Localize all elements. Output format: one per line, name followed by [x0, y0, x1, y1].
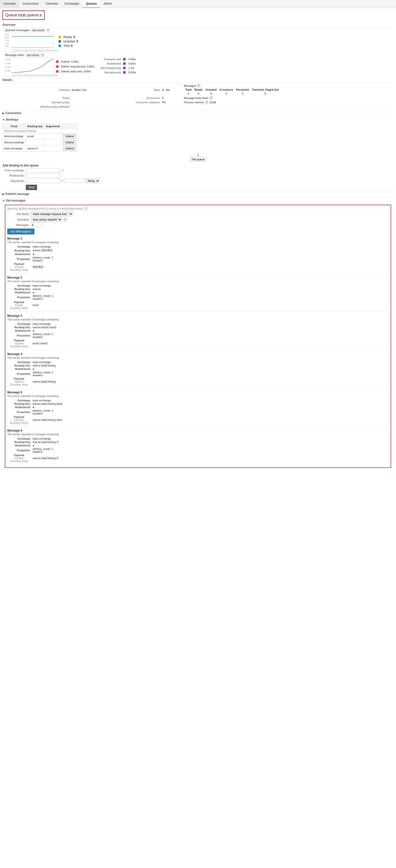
queued-messages-badge[interactable]: last minute [31, 29, 45, 32]
msg-stat-col-header: In memory [218, 88, 235, 92]
consumers-section-header[interactable]: ▶ Consumers [2, 110, 394, 116]
msg-body-bytes-row: Message body bytes ? [184, 96, 393, 100]
exchange-value: topic-exchange [33, 245, 388, 248]
get-messages-help[interactable]: ? [84, 207, 88, 210]
messages-count-input[interactable] [31, 223, 43, 227]
nav-item-connections[interactable]: Connections [19, 0, 42, 8]
unbind-button[interactable]: Unbind [63, 146, 76, 151]
queue-name: topic.queue.a [18, 13, 42, 17]
msg-stat-col-header: Transient, Paged Out [250, 88, 280, 92]
queued-chart-svg [11, 33, 53, 48]
messages-stats: Messages ? TotalReadyUnackedIn memoryPer… [184, 84, 393, 95]
encoding-label: Encoding: [7, 218, 29, 221]
nav-item-exchanges[interactable]: Exchanges [61, 0, 82, 8]
process-mem-help[interactable]: ? [205, 101, 208, 104]
routing-key-label: Routing Key [8, 402, 32, 405]
msg-stat-value: 0 [234, 92, 250, 95]
rate-color-dot [56, 70, 58, 73]
messages-help[interactable]: ? [197, 84, 200, 87]
encoding-help[interactable]: ? [63, 218, 67, 221]
exchange-label: Exchange [8, 361, 32, 364]
message-rates-chart-container: 1.5/s 1.0/s 0.5/s 0.0/s 21:17:40 21:17:5 [5, 58, 391, 77]
bindings-section-header[interactable]: ▼ Bindings [2, 117, 394, 122]
nav-item-channels[interactable]: Channels [42, 0, 61, 8]
rate-legend-item: Publish0.00/s [56, 60, 94, 63]
message-details-table: Exchange topic-exchange Routing Key eamo… [7, 322, 389, 348]
right-rate-dot [123, 67, 125, 69]
message-remaining: The server reported 3 messages remaining… [7, 318, 389, 321]
rate-label: Publish [61, 60, 70, 63]
messages-stats-cell: Messages ? TotalReadyUnackedIn memoryPer… [179, 84, 393, 95]
redelivered-value: ● [33, 368, 388, 370]
ack-mode-row: Ack Mode: Nack message requeue trueAck m… [7, 212, 389, 216]
message-rates-badge[interactable]: last minute [26, 54, 40, 57]
get-messages-button[interactable]: Get Message(s) [7, 228, 34, 235]
get-messages-header[interactable]: ▼ Get messages [2, 198, 394, 203]
message-block: Message 5 The server reported 1 messages… [7, 391, 389, 427]
bindings-arrow: ▼ [2, 118, 5, 121]
get-messages-section: ▼ Get messages Warning: getting messages… [2, 198, 394, 468]
payload-value: eamon.dailyTesting [33, 377, 388, 386]
unbind-button[interactable]: Unbind [63, 140, 76, 145]
binding-row: fanout-exchangeUnbind [3, 140, 78, 146]
rate-legend-item: Deliver (manual ack)0.00/s [56, 65, 94, 68]
bind-button[interactable]: Bind [26, 185, 37, 190]
rates-chart-inner [11, 58, 53, 73]
unbind-button[interactable]: Unbind [63, 134, 76, 138]
rates-chart-y-labels: 1.5/s 1.0/s 0.5/s 0.0/s [5, 58, 11, 73]
bindings-col-routing-key: Routing key [26, 124, 44, 129]
routing-key-input[interactable] [26, 173, 60, 178]
legend-item: Ready6 [58, 35, 78, 39]
policy-label: Policy [3, 96, 71, 100]
message-title: Message 3 [7, 314, 389, 317]
legend-item: Unacked0 [58, 40, 78, 43]
message-rates-panel: Message rates last minute ? 1.5/s 1.0/s … [5, 53, 391, 77]
message-rates-help[interactable]: ? [41, 54, 45, 57]
right-rate-dot [123, 62, 125, 65]
details-section: Details Features durable: true State idl… [2, 78, 394, 109]
get-messages-label: Get messages [6, 199, 26, 202]
redelivered-label: Redelivered [8, 406, 32, 409]
get-messages-arrow: ▼ [2, 199, 5, 202]
msg-stat-col-header: Total [184, 88, 193, 92]
redelivered-label: Redelivered [8, 444, 32, 447]
binding-row: (Default exchange binding) [3, 129, 78, 133]
exchange-label: Exchange [8, 284, 32, 287]
this-queue-button[interactable]: This queue [189, 157, 207, 162]
properties-value: delivery_mode: 1 headers: [33, 409, 388, 415]
arguments-row: Arguments: = String [2, 178, 394, 183]
right-rate-dot [123, 71, 125, 73]
msg-body-bytes-help[interactable]: ? [209, 96, 213, 100]
right-rate-label: Consumer ack [99, 58, 121, 61]
ack-mode-select[interactable]: Nack message requeue trueAck message req… [31, 212, 73, 216]
message-details-table: Exchange topic-exchange Routing Key eamo… [7, 284, 389, 310]
rates-left-legend: Publish0.00/sDeliver (manual ack)0.00/sD… [56, 58, 94, 73]
arguments-input[interactable] [26, 179, 60, 183]
legend-label: Total [63, 44, 69, 48]
routing-key-label: Routing Key [8, 364, 32, 367]
rate-color-dot [56, 60, 58, 63]
queued-legend: Ready6Unacked0Total6 [58, 33, 78, 48]
binding-arguments [44, 133, 61, 140]
queued-messages-panel: Queued messages last minute ? 8.0 6.0 4.… [5, 29, 391, 52]
encoding-select[interactable]: Auto string / base64base64 [31, 217, 62, 222]
rate-label: Deliver (manual ack) [61, 65, 86, 68]
consumer-util-value: 0% [162, 100, 178, 104]
messages-stats-table: TotalReadyUnackedIn memoryPersistentTran… [184, 88, 393, 95]
legend-value: 6 [71, 44, 73, 48]
redelivered-value: ● [33, 406, 388, 409]
arguments-value-input[interactable] [64, 179, 84, 183]
messages-stats-header: Messages ? [184, 84, 393, 87]
nav-item-admin[interactable]: Admin [100, 0, 115, 8]
rate-color-dot [56, 65, 58, 68]
from-exchange-input[interactable] [26, 168, 60, 173]
nav-item-overview[interactable]: Overview [0, 0, 19, 8]
queued-messages-help[interactable]: ? [46, 29, 50, 32]
nav-item-queues[interactable]: Queues [83, 0, 100, 8]
msg-stat-col-header: Unacked [204, 88, 218, 92]
arguments-type-select[interactable]: String [85, 178, 100, 183]
details-title: Details [2, 78, 394, 83]
publish-message-header[interactable]: ▶ Publish message [2, 191, 394, 197]
right-rate-value: 0.60/s [129, 62, 136, 65]
right-rate-value: 0.00/s [129, 58, 136, 61]
